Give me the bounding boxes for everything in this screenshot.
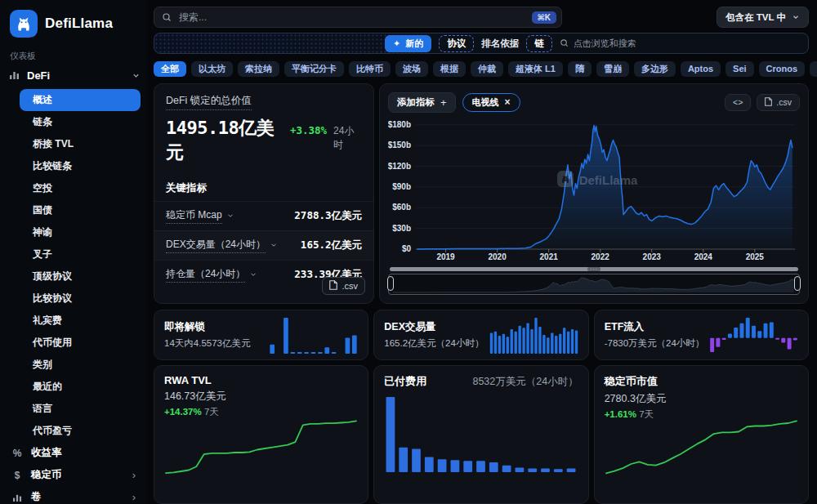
sidebar-item[interactable]: 语言 bbox=[20, 398, 141, 420]
svg-text:$30b: $30b bbox=[392, 223, 411, 232]
key-metrics-title: 关键指标 bbox=[166, 181, 362, 201]
metric-row[interactable]: DEX交易量（24小时） 165.2亿美元 bbox=[154, 230, 373, 260]
new-badge[interactable]: ✦新的 bbox=[385, 35, 431, 52]
unlocks-card[interactable]: 即将解锁 14天内4.5573亿美元 bbox=[154, 310, 368, 360]
add-metric-button[interactable]: 添加指标+ bbox=[388, 92, 456, 113]
chain-tab[interactable]: 波场 bbox=[395, 61, 428, 77]
sidebar-item[interactable]: 比较协议 bbox=[20, 288, 141, 310]
chain-tab[interactable]: 以太坊 bbox=[191, 61, 233, 77]
chevron-down-icon bbox=[792, 13, 800, 21]
chain-tab[interactable]: 平衡记分卡 bbox=[284, 61, 344, 77]
browse-banner[interactable]: ✦新的 协议 排名依据 链 点击浏览和搜索 bbox=[154, 33, 809, 54]
include-in-tvl-button[interactable]: 包含在 TVL 中 bbox=[717, 7, 809, 28]
brush-handle-left[interactable] bbox=[387, 276, 394, 291]
search-icon bbox=[560, 38, 569, 49]
chain-tab[interactable]: Sei bbox=[725, 61, 754, 77]
svg-text:2025: 2025 bbox=[746, 252, 765, 261]
sidebar-group-defi[interactable]: DeFi bbox=[10, 69, 141, 82]
sidebar-item[interactable]: 叉子 bbox=[20, 243, 141, 265]
sidebar-item-volumes[interactable]: 卷 › bbox=[10, 486, 141, 504]
chain-tab[interactable]: 索拉纳 bbox=[238, 61, 279, 77]
chain-tab[interactable]: 雪崩 bbox=[596, 61, 629, 77]
search-bar[interactable]: ⌘K bbox=[154, 7, 562, 28]
search-input[interactable] bbox=[177, 11, 526, 24]
chain-tab[interactable]: 超液体 L1 bbox=[508, 61, 563, 77]
fees-paid-card[interactable]: 已付费用 8532万美元（24小时） bbox=[373, 365, 588, 504]
topbar: ⌘K 包含在 TVL 中 bbox=[154, 7, 809, 28]
chevron-down-icon bbox=[270, 241, 278, 249]
sidebar-item[interactable]: 代币盈亏 bbox=[20, 420, 141, 442]
chain-tab[interactable]: Cronos bbox=[759, 61, 806, 77]
chain-pill[interactable]: 链 bbox=[526, 35, 552, 52]
chain-tab[interactable]: 仲裁 bbox=[471, 61, 503, 77]
tvl-label[interactable]: DeFi 锁定的总价值 bbox=[166, 94, 252, 110]
sidebar-item[interactable]: 桥接 TVL bbox=[20, 133, 141, 155]
tvl-change: +3.38% bbox=[290, 124, 327, 136]
code-icon: <> bbox=[733, 97, 743, 107]
chain-tab[interactable]: 多边形 bbox=[634, 61, 676, 77]
card-value: 146.73亿美元 bbox=[164, 390, 358, 404]
dex-volume-card[interactable]: DEX交易量 165.2亿美元（24小时） bbox=[373, 310, 588, 360]
sidebar-item-yields[interactable]: % 收益率 bbox=[10, 442, 141, 464]
sidebar-item[interactable]: 神谕 bbox=[20, 221, 141, 243]
svg-text:2019: 2019 bbox=[436, 252, 455, 261]
card-title: RWA TVL bbox=[164, 374, 358, 386]
chart-brush[interactable] bbox=[388, 274, 800, 295]
protocols-pill[interactable]: 协议 bbox=[439, 35, 474, 52]
brush-handle-right[interactable] bbox=[794, 276, 801, 291]
card-subtitle: 165.2亿美元（24小时） bbox=[384, 337, 484, 350]
download-csv-button[interactable]: .csv bbox=[322, 277, 365, 295]
svg-text:$60b: $60b bbox=[392, 203, 411, 212]
tvl-area-chart[interactable]: DefiLlama $0$30b$60b$90b$120b$150b$180b2… bbox=[388, 114, 800, 262]
bar-chart-icon bbox=[10, 69, 20, 82]
chain-tab[interactable]: 隋 bbox=[568, 61, 592, 77]
chain-tab[interactable]: Unichain bbox=[810, 61, 817, 77]
etf-inflows-card[interactable]: ETF流入 -7830万美元（24小时） bbox=[594, 310, 809, 360]
sidebar-item[interactable]: 比较链条 bbox=[20, 155, 141, 177]
sidebar-item[interactable]: 最近的 bbox=[20, 376, 141, 398]
chain-tab[interactable]: 根据 bbox=[433, 61, 466, 77]
metric-row[interactable]: 稳定币 Mcap 2788.3亿美元 bbox=[154, 201, 373, 230]
card-title: ETF流入 bbox=[605, 320, 705, 334]
chevron-right-icon: › bbox=[132, 491, 139, 503]
sidebar-item[interactable]: 空投 bbox=[20, 177, 141, 199]
sidebar-item[interactable]: 类别 bbox=[20, 354, 141, 376]
dex-bar-chart bbox=[489, 316, 578, 354]
svg-text:$180b: $180b bbox=[388, 120, 411, 129]
embed-button[interactable]: <> bbox=[725, 94, 751, 111]
sidebar-item-stablecoins[interactable]: $ 稳定币 › bbox=[10, 464, 141, 486]
chain-tab[interactable]: Aptos bbox=[681, 61, 721, 77]
sidebar-item[interactable]: 礼宾费 bbox=[20, 310, 141, 332]
svg-text:$150b: $150b bbox=[388, 140, 411, 149]
download-csv-button[interactable]: .csv bbox=[757, 94, 800, 111]
svg-text:2023: 2023 bbox=[643, 252, 662, 261]
sidebar-item[interactable]: 链条 bbox=[20, 111, 141, 133]
stablecoins-mcap-card[interactable]: 稳定币市值 2780.3亿美元 +1.61% 7天 bbox=[594, 365, 809, 504]
sidebar-item[interactable]: 顶级协议 bbox=[20, 265, 141, 288]
browse-search-hint[interactable]: 点击浏览和搜索 bbox=[560, 38, 636, 50]
tvl-period: 24小时 bbox=[333, 124, 362, 152]
svg-text:$120b: $120b bbox=[388, 161, 411, 170]
card-title: 稳定币市值 bbox=[605, 374, 798, 389]
scrollbar-grip[interactable]: ··· bbox=[587, 267, 600, 271]
chain-tab[interactable]: 比特币 bbox=[349, 61, 391, 77]
svg-text:2020: 2020 bbox=[488, 252, 507, 261]
bar-chart-icon bbox=[11, 493, 23, 502]
file-icon bbox=[765, 97, 772, 108]
sidebar: DefiLlama 仪表板 DeFi 概述链条桥接 TVL比较链条空投国债神谕叉… bbox=[0, 0, 147, 504]
sidebar-nav: 概述链条桥接 TVL比较链条空投国债神谕叉子顶级协议比较协议礼宾费代币使用类别最… bbox=[10, 89, 141, 442]
defillama-logo[interactable]: DefiLlama bbox=[10, 10, 141, 38]
svg-text:2021: 2021 bbox=[540, 252, 559, 261]
rwa-tvl-card[interactable]: RWA TVL 146.73亿美元 +14.37% 7天 bbox=[154, 365, 368, 504]
svg-text:2022: 2022 bbox=[592, 252, 610, 261]
brand-name: DefiLlama bbox=[45, 16, 113, 32]
tvl-metric-pill[interactable]: 电视线× bbox=[462, 93, 520, 112]
sidebar-item[interactable]: 国债 bbox=[20, 199, 141, 221]
close-icon[interactable]: × bbox=[505, 96, 511, 108]
card-subtitle: 14天内4.5573亿美元 bbox=[164, 337, 250, 350]
chain-tab[interactable]: 全部 bbox=[154, 61, 186, 77]
chart-scrollbar[interactable]: ··· bbox=[390, 267, 798, 271]
sidebar-item[interactable]: 代币使用 bbox=[20, 332, 141, 354]
svg-text:2024: 2024 bbox=[694, 252, 713, 261]
sidebar-item[interactable]: 概述 bbox=[20, 89, 141, 111]
